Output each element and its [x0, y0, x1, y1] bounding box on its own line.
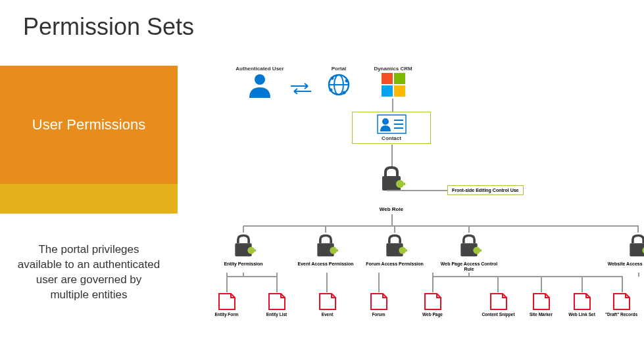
connector-line [541, 276, 542, 292]
lock-key-icon [605, 233, 644, 260]
node-label: Content Snippet [480, 312, 516, 317]
node-dynamics-crm: Dynamics CRM [368, 66, 418, 98]
node-label: Website Access Permission [605, 261, 644, 267]
svg-rect-27 [479, 249, 482, 252]
svg-point-7 [330, 89, 333, 92]
svg-point-0 [255, 74, 265, 85]
connector-line [387, 190, 447, 191]
node-label: Entity Form [209, 312, 245, 317]
connector-line [497, 276, 499, 292]
node-web-page: Web Page [414, 292, 451, 317]
globe-icon [309, 72, 368, 101]
document-icon [216, 292, 237, 311]
node-label: Entity Permission [211, 261, 276, 267]
node-contact: Contact [352, 112, 431, 144]
node-entity-list: Entity List [259, 292, 295, 317]
connector-line [378, 273, 380, 292]
sidebar-description-block: The portal privileges available to an au… [0, 214, 178, 332]
contact-card-icon [377, 114, 407, 134]
sidebar-description: The portal privileges available to an au… [16, 242, 161, 303]
connector-line [622, 276, 623, 292]
sidebar-accent-bar [0, 184, 178, 214]
node-label: Portal [309, 66, 368, 72]
node-content-snippet: Content Snippet [480, 292, 516, 317]
person-icon [230, 72, 289, 101]
node-event: Event [309, 292, 345, 317]
document-icon [531, 292, 552, 311]
sidebar-subtitle: User Permissions [32, 116, 145, 133]
node-label: Authenticated User [230, 66, 289, 72]
svg-rect-28 [630, 243, 644, 256]
node-label: Site Marker [523, 312, 559, 317]
node-entity-permission: Entity Permission [211, 226, 276, 267]
svg-rect-24 [405, 249, 407, 252]
svg-rect-18 [253, 249, 256, 252]
connector-line [432, 276, 623, 277]
node-label: Entity List [259, 312, 295, 317]
svg-rect-15 [403, 183, 405, 185]
node-event-access-permission: Event Access Permission [293, 226, 359, 267]
lock-key-icon [211, 233, 276, 260]
connector-line [243, 273, 244, 277]
svg-point-5 [345, 79, 349, 83]
node-entity-form: Entity Form [209, 292, 245, 317]
node-label: "Draft" Records [603, 312, 639, 317]
node-label: Event Access Permission [293, 261, 359, 267]
document-icon [611, 292, 632, 311]
node-forum: Forum [360, 292, 397, 317]
svg-point-4 [331, 77, 334, 80]
document-icon [317, 292, 338, 311]
page-title: Permission Sets [23, 13, 194, 41]
connector-line [226, 276, 277, 277]
document-icon [572, 292, 593, 311]
sidebar-heading-block: User Permissions [0, 66, 178, 184]
node-forum-access-permission: Forum Access Permission [362, 226, 428, 267]
node-label: Dynamics CRM [368, 66, 418, 72]
lock-key-icon [436, 233, 502, 260]
lock-key-icon [362, 233, 428, 260]
svg-point-9 [382, 118, 389, 125]
node-web-link-set: Web Link Set [564, 292, 600, 317]
document-icon [368, 292, 389, 311]
document-icon [266, 292, 287, 311]
microsoft-logo-icon [382, 73, 405, 97]
node-authenticated-user: Authenticated User [230, 66, 289, 101]
node-label: Event [309, 312, 345, 317]
svg-rect-21 [335, 249, 338, 252]
node-site-marker: Site Marker [523, 292, 559, 317]
node-label: Web Page [414, 312, 451, 317]
connector-line [638, 273, 639, 277]
svg-point-6 [343, 91, 346, 95]
node-label: Web Page Access Control Rule [436, 261, 502, 271]
node-label: Contact [355, 135, 428, 141]
node-website-access-permission: Website Access Permission [605, 226, 644, 267]
document-icon [488, 292, 509, 311]
connector-line [582, 276, 583, 292]
connector-line [326, 273, 328, 292]
node-web-page-access-control-rule: Web Page Access Control Rule [436, 226, 502, 271]
node-portal: Portal [309, 66, 368, 101]
node-label: Forum Access Permission [362, 261, 428, 267]
node-draft-records: "Draft" Records [603, 292, 639, 317]
document-icon [422, 292, 443, 311]
connector-line [392, 99, 393, 112]
lock-key-icon [293, 233, 359, 260]
node-label: Web Role [355, 206, 428, 212]
connector-line [391, 145, 393, 167]
node-label: Web Link Set [564, 312, 600, 317]
permission-diagram: Authenticated User Portal Dynamics CRM C… [187, 66, 635, 342]
node-label: Forum [360, 312, 397, 317]
connector-line [391, 214, 393, 226]
node-front-side-editing: Front-side Editing Control Use [447, 185, 524, 195]
